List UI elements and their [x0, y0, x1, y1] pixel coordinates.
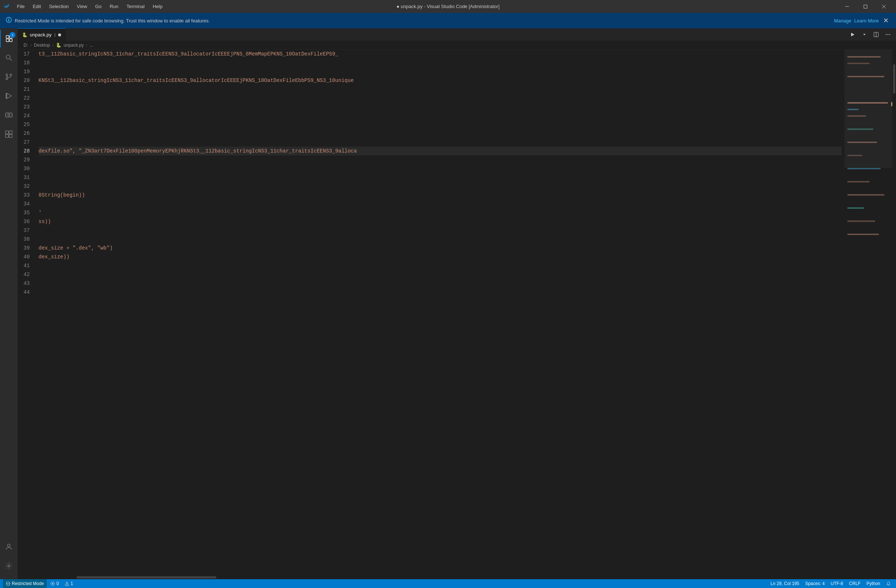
menu-help[interactable]: Help [149, 2, 166, 11]
svg-rect-52 [847, 220, 875, 222]
code-line-32 [39, 182, 841, 191]
line-number-40: 40 [24, 252, 30, 261]
sidebar-item-search[interactable] [0, 49, 18, 67]
line-number-19: 19 [24, 67, 30, 76]
restricted-mode-icon [6, 581, 10, 586]
svg-point-22 [8, 114, 10, 116]
svg-point-35 [886, 34, 887, 35]
code-line-26 [39, 129, 841, 138]
code-line-24 [39, 111, 841, 120]
sidebar-item-remote-explorer[interactable] [0, 106, 18, 124]
notifications-bell[interactable] [884, 579, 893, 588]
bell-icon [886, 581, 891, 586]
menu-go[interactable]: Go [91, 2, 105, 11]
code-line-28: dexfile.so", "_ZN3art7DexFile10OpenMemor… [39, 147, 841, 155]
line-numbers: 1718192021222324252627282930313233343536… [18, 50, 36, 576]
code-line-39: dex_size + ".dex", "wb") [39, 244, 841, 252]
breadcrumb-filename[interactable]: unpack.py [64, 43, 84, 48]
menu-edit[interactable]: Edit [29, 2, 44, 11]
sidebar-item-extensions[interactable] [0, 125, 18, 143]
vertical-scrollbar[interactable] [892, 50, 896, 576]
line-endings-setting[interactable]: CRLF [847, 579, 862, 588]
svg-point-15 [6, 74, 8, 76]
sidebar-item-settings[interactable] [0, 557, 18, 575]
minimap-canvas [844, 50, 892, 576]
svg-rect-27 [6, 135, 8, 137]
main-layout: 1 [0, 28, 896, 579]
sidebar-item-run-debug[interactable] [0, 87, 18, 105]
breadcrumb-drive[interactable]: D: [24, 43, 28, 48]
error-icon [50, 581, 55, 586]
status-bar: Restricted Mode 0 1 Ln 28, Col 195 Space… [0, 579, 896, 588]
activity-bar: 1 [0, 28, 18, 579]
split-editor-button[interactable] [871, 29, 881, 40]
manage-link[interactable]: Manage [834, 18, 852, 24]
code-line-21 [39, 85, 841, 94]
close-button[interactable] [875, 0, 892, 13]
line-number-22: 22 [24, 94, 30, 103]
line-number-43: 43 [24, 279, 30, 288]
tab-filename: unpack.py [30, 32, 52, 38]
minimap[interactable] [844, 50, 892, 576]
notification-banner: Restricted Mode is intended for safe cod… [0, 13, 896, 28]
svg-line-14 [10, 59, 12, 61]
code-line-31 [39, 173, 841, 182]
more-actions-button[interactable] [883, 29, 893, 40]
line-number-44: 44 [24, 288, 30, 296]
menu-terminal[interactable]: Terminal [123, 2, 148, 11]
run-button[interactable] [847, 29, 858, 40]
language-mode[interactable]: Python [864, 579, 882, 588]
horizontal-scrollbar[interactable] [18, 576, 896, 579]
code-line-43 [39, 279, 841, 288]
svg-rect-51 [847, 207, 864, 209]
maximize-button[interactable] [857, 0, 874, 13]
code-line-25 [39, 120, 841, 129]
tab-unpack-py[interactable]: 🐍 unpack.py 1 [18, 28, 66, 41]
line-number-26: 26 [24, 129, 30, 138]
svg-rect-28 [9, 135, 12, 137]
svg-rect-49 [847, 181, 870, 183]
indentation-setting[interactable]: Spaces: 4 [803, 579, 827, 588]
menu-file[interactable]: File [13, 2, 28, 11]
run-dropdown-button[interactable] [859, 29, 870, 40]
window-controls [839, 0, 892, 13]
vscode-logo-icon [4, 3, 10, 10]
menu-selection[interactable]: Selection [45, 2, 72, 11]
minimap-svg [844, 50, 892, 576]
line-number-32: 32 [24, 182, 30, 191]
breadcrumb-section[interactable]: ... [90, 43, 93, 48]
errors-count: 0 [56, 581, 59, 586]
svg-rect-12 [9, 39, 12, 41]
code-line-19 [39, 67, 841, 76]
menu-view[interactable]: View [73, 2, 91, 11]
encoding-setting[interactable]: UTF-8 [828, 579, 845, 588]
line-number-23: 23 [24, 103, 30, 111]
line-number-37: 37 [24, 226, 30, 235]
menu-run[interactable]: Run [106, 2, 122, 11]
cursor-position[interactable]: Ln 28, Col 195 [768, 579, 802, 588]
breadcrumb-file[interactable]: 🐍 [56, 43, 61, 48]
vertical-scrollbar-thumb[interactable] [893, 64, 895, 94]
errors-indicator[interactable]: 0 [48, 579, 61, 588]
horizontal-scrollbar-thumb[interactable] [76, 576, 216, 579]
minimize-button[interactable] [839, 0, 856, 13]
breadcrumb-sep-1: › [30, 43, 32, 48]
learn-more-link[interactable]: Learn More [855, 18, 879, 24]
sidebar-item-explorer[interactable]: 1 [0, 30, 18, 47]
sidebar-item-source-control[interactable] [0, 68, 18, 86]
breadcrumb-folder[interactable]: Desktop [34, 43, 50, 48]
notification-close-button[interactable]: ✕ [882, 17, 890, 24]
code-line-33: 8String(begin)) [39, 191, 841, 199]
svg-rect-26 [9, 131, 12, 134]
sidebar-item-accounts[interactable] [0, 538, 18, 556]
svg-rect-0 [845, 6, 849, 7]
warnings-indicator[interactable]: 1 [62, 579, 75, 588]
svg-rect-53 [847, 234, 879, 235]
line-number-41: 41 [24, 261, 30, 270]
svg-point-29 [8, 544, 10, 547]
restricted-mode-indicator[interactable]: Restricted Mode [3, 579, 47, 588]
code-editor[interactable]: t3__112basic_stringIcNS3_11char_traitsIc… [36, 50, 844, 576]
svg-rect-7 [8, 20, 9, 21]
line-number-31: 31 [24, 173, 30, 182]
code-line-23 [39, 103, 841, 111]
